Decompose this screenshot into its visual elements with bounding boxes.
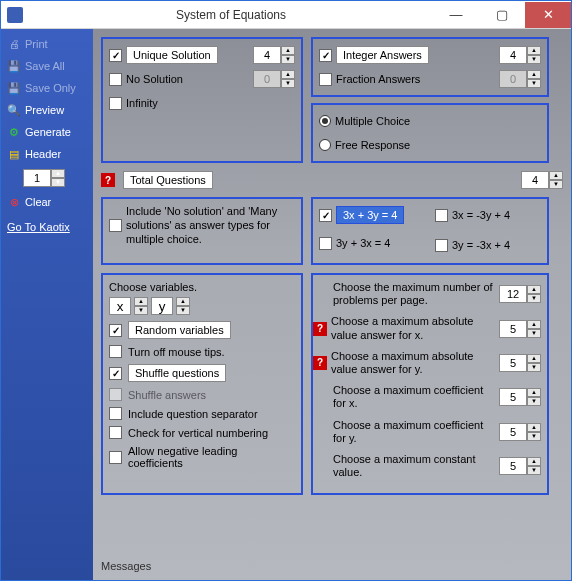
save-icon: 💾 <box>7 59 21 73</box>
window-controls: — ▢ ✕ <box>433 2 571 28</box>
fraction-answers-label: Fraction Answers <box>336 73 420 85</box>
solution-type-panel: Unique Solution ▲▼ No Solution ▲▼ Infini… <box>101 37 303 163</box>
coef-x-spinner[interactable]: ▲▼ <box>499 388 541 406</box>
header-spinner[interactable]: ▲▼ <box>23 169 89 187</box>
maximize-button[interactable]: ▢ <box>479 2 525 28</box>
body: 🖨Print 💾Save All 💾Save Only 🔍Preview ⚙Ge… <box>1 29 571 580</box>
no-solution-checkbox[interactable] <box>109 73 122 86</box>
clear-button[interactable]: ⊗Clear <box>5 193 89 211</box>
app-icon <box>7 7 23 23</box>
per-page-spinner[interactable]: ▲▼ <box>499 285 541 303</box>
integer-answers-checkbox[interactable] <box>319 49 332 62</box>
messages-label: Messages <box>101 560 151 572</box>
main-panel: Unique Solution ▲▼ No Solution ▲▼ Infini… <box>93 29 571 580</box>
const-spinner[interactable]: ▲▼ <box>499 457 541 475</box>
save-icon: 💾 <box>7 81 21 95</box>
generate-button[interactable]: ⚙Generate <box>5 123 89 141</box>
no-solution-label: No Solution <box>126 73 183 85</box>
multiple-choice-radio[interactable] <box>319 115 331 127</box>
header-button[interactable]: ▤Header <box>5 145 89 163</box>
fraction-answers-checkbox[interactable] <box>319 73 332 86</box>
include-label: Include 'No solution' and 'Many solution… <box>126 205 295 246</box>
eq-c-checkbox[interactable] <box>319 237 332 250</box>
help-icon[interactable]: ? <box>313 356 327 370</box>
var2-input[interactable] <box>151 297 173 315</box>
infinity-checkbox[interactable] <box>109 97 122 110</box>
coef-y-spinner[interactable]: ▲▼ <box>499 423 541 441</box>
save-all-button[interactable]: 💾Save All <box>5 57 89 75</box>
minimize-button[interactable]: — <box>433 2 479 28</box>
sidebar: 🖨Print 💾Save All 💾Save Only 🔍Preview ⚙Ge… <box>1 29 93 580</box>
window-title: System of Equations <box>29 8 433 22</box>
eq-a-checkbox[interactable] <box>319 209 332 222</box>
unique-solution-spinner[interactable]: ▲▼ <box>253 46 295 64</box>
generate-icon: ⚙ <box>7 125 21 139</box>
shuffle-answers-checkbox <box>109 388 122 401</box>
max-x-spinner[interactable]: ▲▼ <box>499 320 541 338</box>
variables-panel: Choose variables. ▲▼ ▲▼ Random variables… <box>101 273 303 495</box>
infinity-label: Infinity <box>126 97 158 109</box>
total-questions-spinner: ▲▼ <box>521 171 563 189</box>
var1-input[interactable] <box>109 297 131 315</box>
kaotix-link[interactable]: Go To Kaotix <box>5 221 89 233</box>
save-only-button[interactable]: 💾Save Only <box>5 79 89 97</box>
titlebar: System of Equations — ▢ ✕ <box>1 1 571 29</box>
include-panel: Include 'No solution' and 'Many solution… <box>101 197 303 265</box>
eq-b-checkbox[interactable] <box>435 209 448 222</box>
close-button[interactable]: ✕ <box>525 2 571 28</box>
no-solution-spinner: ▲▼ <box>253 70 295 88</box>
clear-icon: ⊗ <box>7 195 21 209</box>
eq-d-checkbox[interactable] <box>435 239 448 252</box>
random-variables-checkbox[interactable] <box>109 324 122 337</box>
include-no-solution-checkbox[interactable] <box>109 219 122 232</box>
variables-title: Choose variables. <box>109 281 295 293</box>
free-response-radio[interactable] <box>319 139 331 151</box>
preview-icon: 🔍 <box>7 103 21 117</box>
total-questions-row: ? Total Questions ▲▼ <box>101 171 563 189</box>
print-button[interactable]: 🖨Print <box>5 35 89 53</box>
unique-solution-label: Unique Solution <box>126 46 218 64</box>
integer-answers-label: Integer Answers <box>336 46 429 64</box>
max-y-spinner[interactable]: ▲▼ <box>499 354 541 372</box>
help-icon[interactable]: ? <box>101 173 115 187</box>
header-spin-buttons[interactable]: ▲▼ <box>51 169 65 187</box>
question-separator-checkbox[interactable] <box>109 407 122 420</box>
vertical-numbering-checkbox[interactable] <box>109 426 122 439</box>
print-icon: 🖨 <box>7 37 21 51</box>
total-questions-label: Total Questions <box>123 171 213 189</box>
fraction-answers-spinner: ▲▼ <box>499 70 541 88</box>
header-value-input[interactable] <box>23 169 51 187</box>
app-window: System of Equations — ▢ ✕ 🖨Print 💾Save A… <box>0 0 572 581</box>
negative-leading-checkbox[interactable] <box>109 451 122 464</box>
mouse-tips-checkbox[interactable] <box>109 345 122 358</box>
preview-button[interactable]: 🔍Preview <box>5 101 89 119</box>
answer-type-panel: Integer Answers ▲▼ Fraction Answers ▲▼ <box>311 37 549 97</box>
numbers-panel: Choose the maximum number of problems pe… <box>311 273 549 495</box>
integer-answers-spinner[interactable]: ▲▼ <box>499 46 541 64</box>
shuffle-questions-checkbox[interactable] <box>109 367 122 380</box>
equation-format-panel: 3x + 3y = 4 3x = -3y + 4 3y + 3x = 4 3y … <box>311 197 549 265</box>
help-icon[interactable]: ? <box>313 322 327 336</box>
unique-solution-checkbox[interactable] <box>109 49 122 62</box>
header-icon: ▤ <box>7 147 21 161</box>
response-type-panel: Multiple Choice Free Response <box>311 103 549 163</box>
